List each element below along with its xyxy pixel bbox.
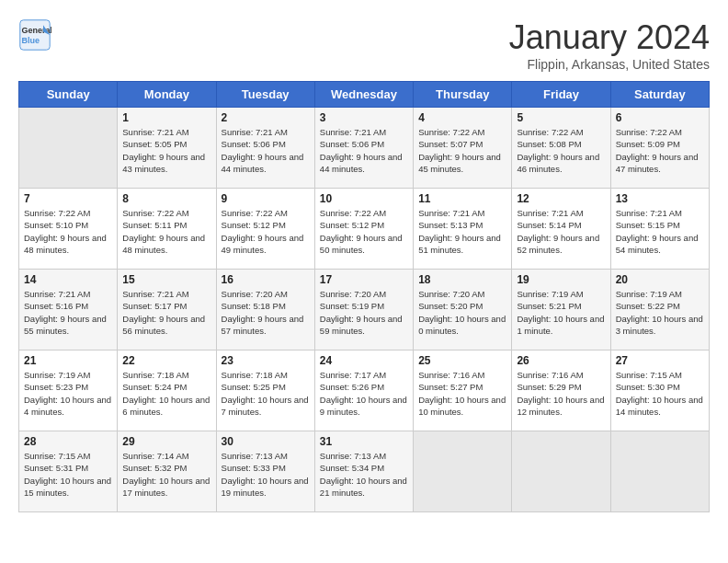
day-number: 6 xyxy=(616,111,704,124)
sunset-text: Sunset: 5:25 PM xyxy=(222,382,286,392)
daylight-text: Daylight: 9 hours and 48 minutes. xyxy=(122,233,205,255)
day-info: Sunrise: 7:20 AM Sunset: 5:18 PM Dayligh… xyxy=(222,288,310,337)
daylight-text: Daylight: 9 hours and 59 minutes. xyxy=(320,314,403,336)
calendar-cell: 13 Sunrise: 7:21 AM Sunset: 5:15 PM Dayl… xyxy=(610,189,709,270)
weekday-header-sunday: Sunday xyxy=(19,82,118,108)
day-number: 14 xyxy=(24,273,112,286)
daylight-text: Daylight: 10 hours and 6 minutes. xyxy=(122,395,210,417)
daylight-text: Daylight: 9 hours and 49 minutes. xyxy=(222,233,304,255)
daylight-text: Daylight: 10 hours and 1 minute. xyxy=(517,314,604,336)
sunset-text: Sunset: 5:15 PM xyxy=(616,220,680,230)
calendar-cell: 26 Sunrise: 7:16 AM Sunset: 5:29 PM Dayl… xyxy=(512,350,610,431)
day-number: 27 xyxy=(616,354,704,367)
sunrise-text: Sunrise: 7:19 AM xyxy=(24,370,90,380)
day-info: Sunrise: 7:15 AM Sunset: 5:31 PM Dayligh… xyxy=(24,450,112,499)
sunrise-text: Sunrise: 7:14 AM xyxy=(122,451,188,461)
daylight-text: Daylight: 9 hours and 45 minutes. xyxy=(418,152,501,174)
weekday-header-row: SundayMondayTuesdayWednesdayThursdayFrid… xyxy=(19,82,710,108)
calendar-cell: 6 Sunrise: 7:22 AM Sunset: 5:09 PM Dayli… xyxy=(610,108,709,189)
calendar-cell: 31 Sunrise: 7:13 AM Sunset: 5:34 PM Dayl… xyxy=(314,431,413,512)
sunrise-text: Sunrise: 7:21 AM xyxy=(320,127,386,137)
daylight-text: Daylight: 10 hours and 0 minutes. xyxy=(418,314,506,336)
calendar-cell: 9 Sunrise: 7:22 AM Sunset: 5:12 PM Dayli… xyxy=(216,189,314,270)
daylight-text: Daylight: 9 hours and 57 minutes. xyxy=(222,314,304,336)
daylight-text: Daylight: 9 hours and 50 minutes. xyxy=(320,233,403,255)
sunset-text: Sunset: 5:34 PM xyxy=(320,463,384,473)
day-info: Sunrise: 7:22 AM Sunset: 5:12 PM Dayligh… xyxy=(222,207,310,256)
daylight-text: Daylight: 10 hours and 15 minutes. xyxy=(24,476,111,498)
day-info: Sunrise: 7:20 AM Sunset: 5:19 PM Dayligh… xyxy=(320,288,408,337)
day-info: Sunrise: 7:21 AM Sunset: 5:13 PM Dayligh… xyxy=(418,207,506,256)
day-info: Sunrise: 7:21 AM Sunset: 5:16 PM Dayligh… xyxy=(24,288,112,337)
calendar-week-row: 14 Sunrise: 7:21 AM Sunset: 5:16 PM Dayl… xyxy=(19,270,710,350)
day-info: Sunrise: 7:22 AM Sunset: 5:12 PM Dayligh… xyxy=(320,207,408,256)
calendar-cell xyxy=(414,431,512,512)
calendar-cell: 25 Sunrise: 7:16 AM Sunset: 5:27 PM Dayl… xyxy=(414,350,512,431)
calendar-cell xyxy=(512,431,610,512)
day-info: Sunrise: 7:19 AM Sunset: 5:23 PM Dayligh… xyxy=(24,369,112,418)
sunset-text: Sunset: 5:06 PM xyxy=(320,139,384,149)
day-number: 5 xyxy=(517,111,605,124)
day-info: Sunrise: 7:19 AM Sunset: 5:21 PM Dayligh… xyxy=(517,288,605,337)
sunset-text: Sunset: 5:10 PM xyxy=(24,220,88,230)
day-info: Sunrise: 7:22 AM Sunset: 5:09 PM Dayligh… xyxy=(616,126,704,175)
location-subtitle: Flippin, Arkansas, United States xyxy=(509,57,710,72)
calendar-cell: 7 Sunrise: 7:22 AM Sunset: 5:10 PM Dayli… xyxy=(19,189,118,270)
daylight-text: Daylight: 10 hours and 4 minutes. xyxy=(24,395,111,417)
daylight-text: Daylight: 9 hours and 43 minutes. xyxy=(122,152,205,174)
calendar-cell: 5 Sunrise: 7:22 AM Sunset: 5:08 PM Dayli… xyxy=(512,108,610,189)
sunset-text: Sunset: 5:33 PM xyxy=(222,463,286,473)
calendar-cell xyxy=(610,431,709,512)
day-info: Sunrise: 7:19 AM Sunset: 5:22 PM Dayligh… xyxy=(616,288,704,337)
calendar-cell: 4 Sunrise: 7:22 AM Sunset: 5:07 PM Dayli… xyxy=(414,108,512,189)
calendar-week-row: 21 Sunrise: 7:19 AM Sunset: 5:23 PM Dayl… xyxy=(19,350,710,431)
calendar-cell: 20 Sunrise: 7:19 AM Sunset: 5:22 PM Dayl… xyxy=(610,270,709,350)
calendar-cell: 18 Sunrise: 7:20 AM Sunset: 5:20 PM Dayl… xyxy=(414,270,512,350)
calendar-week-row: 1 Sunrise: 7:21 AM Sunset: 5:05 PM Dayli… xyxy=(19,108,710,189)
day-number: 11 xyxy=(418,192,506,205)
sunrise-text: Sunrise: 7:21 AM xyxy=(418,208,484,218)
daylight-text: Daylight: 10 hours and 19 minutes. xyxy=(222,476,309,498)
calendar-cell: 16 Sunrise: 7:20 AM Sunset: 5:18 PM Dayl… xyxy=(216,270,314,350)
sunrise-text: Sunrise: 7:21 AM xyxy=(517,208,583,218)
sunset-text: Sunset: 5:23 PM xyxy=(24,382,88,392)
daylight-text: Daylight: 9 hours and 48 minutes. xyxy=(24,233,107,255)
sunrise-text: Sunrise: 7:22 AM xyxy=(122,208,188,218)
sunrise-text: Sunrise: 7:21 AM xyxy=(616,208,682,218)
calendar-cell: 21 Sunrise: 7:19 AM Sunset: 5:23 PM Dayl… xyxy=(19,350,118,431)
day-number: 16 xyxy=(222,273,310,286)
svg-text:General: General xyxy=(22,26,51,35)
sunrise-text: Sunrise: 7:18 AM xyxy=(222,370,288,380)
day-info: Sunrise: 7:22 AM Sunset: 5:11 PM Dayligh… xyxy=(122,207,210,256)
daylight-text: Daylight: 9 hours and 52 minutes. xyxy=(517,233,599,255)
day-info: Sunrise: 7:13 AM Sunset: 5:34 PM Dayligh… xyxy=(320,450,408,499)
day-info: Sunrise: 7:16 AM Sunset: 5:29 PM Dayligh… xyxy=(517,369,605,418)
sunset-text: Sunset: 5:19 PM xyxy=(320,301,384,311)
day-number: 22 xyxy=(122,354,210,367)
daylight-text: Daylight: 10 hours and 14 minutes. xyxy=(616,395,703,417)
day-info: Sunrise: 7:21 AM Sunset: 5:14 PM Dayligh… xyxy=(517,207,605,256)
page-header: General Blue General Blue January 2024 F… xyxy=(18,18,710,72)
weekday-header-saturday: Saturday xyxy=(610,82,709,108)
daylight-text: Daylight: 9 hours and 44 minutes. xyxy=(320,152,403,174)
day-number: 21 xyxy=(24,354,112,367)
calendar-cell: 28 Sunrise: 7:15 AM Sunset: 5:31 PM Dayl… xyxy=(19,431,118,512)
day-number: 28 xyxy=(24,435,112,448)
day-number: 23 xyxy=(222,354,310,367)
day-number: 30 xyxy=(222,435,310,448)
sunrise-text: Sunrise: 7:22 AM xyxy=(418,127,484,137)
daylight-text: Daylight: 10 hours and 21 minutes. xyxy=(320,476,407,498)
svg-text:Blue: Blue xyxy=(22,36,40,45)
calendar-table: SundayMondayTuesdayWednesdayThursdayFrid… xyxy=(18,81,710,512)
sunset-text: Sunset: 5:13 PM xyxy=(418,220,483,230)
day-number: 26 xyxy=(517,354,605,367)
sunrise-text: Sunrise: 7:22 AM xyxy=(320,208,386,218)
sunrise-text: Sunrise: 7:21 AM xyxy=(122,289,188,299)
daylight-text: Daylight: 10 hours and 7 minutes. xyxy=(222,395,309,417)
sunset-text: Sunset: 5:06 PM xyxy=(222,139,286,149)
month-title: January 2024 xyxy=(509,18,710,57)
calendar-cell: 2 Sunrise: 7:21 AM Sunset: 5:06 PM Dayli… xyxy=(216,108,314,189)
day-number: 2 xyxy=(222,111,310,124)
day-number: 15 xyxy=(122,273,210,286)
sunset-text: Sunset: 5:18 PM xyxy=(222,301,286,311)
